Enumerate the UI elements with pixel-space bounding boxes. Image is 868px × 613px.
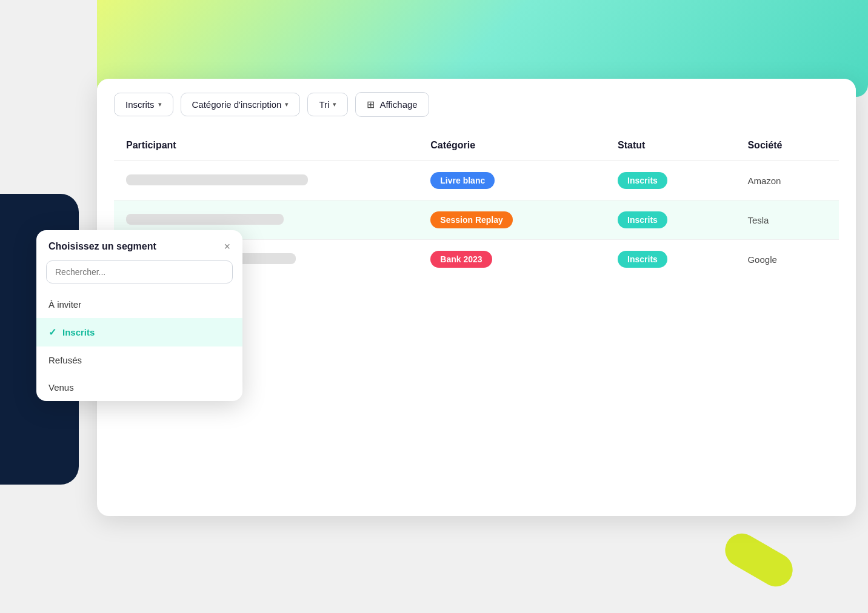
- dropdown-header: Choisissez un segment ×: [36, 230, 242, 260]
- chevron-down-icon: ▾: [158, 101, 162, 108]
- tri-button[interactable]: Tri ▾: [307, 93, 348, 116]
- status-badge: Inscrits: [618, 251, 667, 268]
- segment-label: Inscrits: [62, 327, 95, 337]
- category-badge: Session Replay: [430, 211, 513, 228]
- col-statut: Statut: [606, 130, 735, 161]
- col-categorie: Catégorie: [418, 130, 606, 161]
- status-badge: Inscrits: [618, 211, 667, 228]
- participant-cell: [114, 161, 418, 200]
- category-badge: Bank 2023: [430, 251, 492, 268]
- category-cell: Livre blanc: [418, 161, 606, 200]
- search-input[interactable]: [46, 260, 233, 283]
- close-button[interactable]: ×: [224, 241, 230, 252]
- status-cell: Inscrits: [606, 200, 735, 240]
- segment-item-refuses[interactable]: Refusés: [36, 346, 242, 374]
- participant-skeleton: [126, 214, 284, 225]
- societe-cell: Google: [735, 240, 839, 279]
- segment-label: Venus: [48, 382, 74, 393]
- segment-list: À inviter ✓ Inscrits Refusés Venus: [36, 291, 242, 401]
- segment-item-a-inviter[interactable]: À inviter: [36, 291, 242, 318]
- categorie-label: Catégorie d'inscription: [192, 99, 282, 110]
- tri-label: Tri: [319, 99, 329, 110]
- category-cell: Session Replay: [418, 200, 606, 240]
- col-societe: Société: [735, 130, 839, 161]
- inscrits-button[interactable]: Inscrits ▾: [114, 93, 173, 116]
- societe-cell: Tesla: [735, 200, 839, 240]
- participant-skeleton: [126, 174, 308, 185]
- segment-item-inscrits[interactable]: ✓ Inscrits: [36, 318, 242, 346]
- segment-label: À inviter: [48, 299, 81, 310]
- segment-item-venus[interactable]: Venus: [36, 374, 242, 401]
- col-participant: Participant: [114, 130, 418, 161]
- categorie-button[interactable]: Catégorie d'inscription ▾: [181, 93, 301, 116]
- category-badge: Livre blanc: [430, 172, 495, 189]
- filter-toolbar: Inscrits ▾ Catégorie d'inscription ▾ Tri…: [97, 79, 856, 130]
- segment-dropdown: Choisissez un segment × À inviter ✓ Insc…: [36, 230, 242, 401]
- segment-label: Refusés: [48, 355, 82, 365]
- affichage-label: Affichage: [379, 99, 417, 110]
- chevron-down-icon: ▾: [333, 101, 336, 108]
- status-badge: Inscrits: [618, 172, 667, 189]
- check-icon: ✓: [48, 326, 56, 338]
- inscrits-label: Inscrits: [125, 99, 155, 110]
- category-cell: Bank 2023: [418, 240, 606, 279]
- grid-icon: ⊞: [367, 99, 375, 110]
- status-cell: Inscrits: [606, 161, 735, 200]
- blob-yellow: [719, 528, 798, 593]
- societe-cell: Amazon: [735, 161, 839, 200]
- affichage-button[interactable]: ⊞ Affichage: [355, 92, 429, 117]
- chevron-down-icon: ▾: [285, 101, 289, 108]
- status-cell: Inscrits: [606, 240, 735, 279]
- table-row[interactable]: Livre blanc Inscrits Amazon: [114, 161, 839, 200]
- dropdown-title: Choisissez un segment: [48, 241, 156, 252]
